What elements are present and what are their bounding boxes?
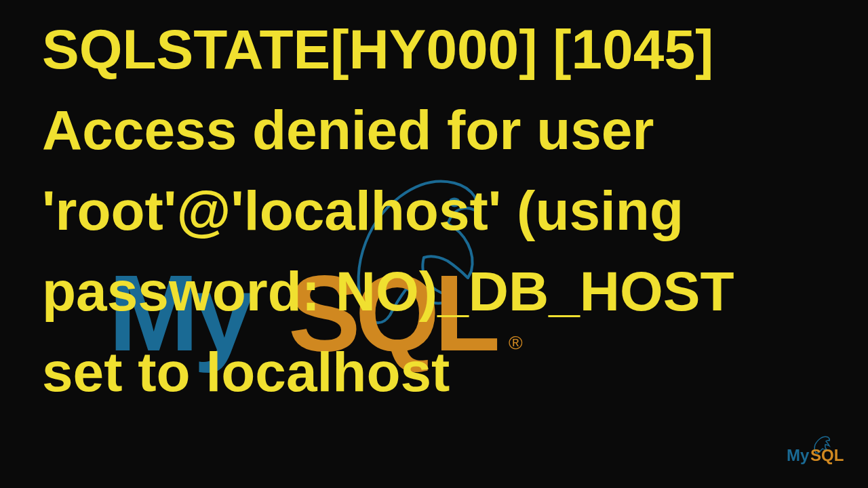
- error-message: SQLSTATE[HY000] [1045] Access denied for…: [42, 9, 774, 412]
- mysql-small-logo: My SQL: [787, 434, 848, 468]
- small-logo-my: My: [787, 446, 809, 465]
- small-logo-sql: SQL: [810, 446, 844, 465]
